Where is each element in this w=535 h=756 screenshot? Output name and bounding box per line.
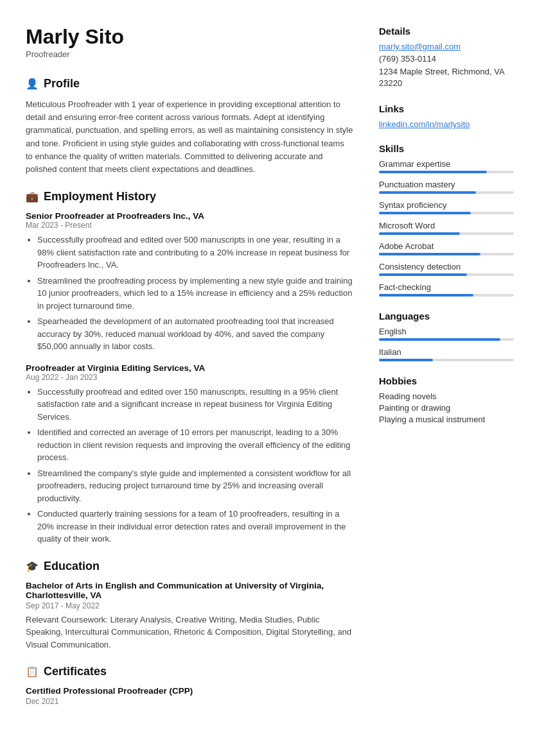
certificates-icon: 📋 <box>26 666 39 678</box>
phone-number: (769) 353-0114 <box>379 54 514 64</box>
profile-text: Meticulous Proofreader with 1 year of ex… <box>26 98 353 176</box>
skill-item: Adobe Acrobat <box>379 241 514 255</box>
skill-name: Grammar expertise <box>379 159 514 169</box>
skill-bar-fill <box>379 273 467 276</box>
edu-coursework: Relevant Coursework: Literary Analysis, … <box>26 614 353 651</box>
certificates-section: 📋 Certificates Certified Professional Pr… <box>26 665 353 706</box>
skill-name: Adobe Acrobat <box>379 241 514 251</box>
resume-header: Marly Sito Proofreader <box>26 26 353 59</box>
language-bar-background <box>379 338 514 341</box>
skill-name: Consistency detection <box>379 262 514 271</box>
cert-date: Dec 2021 <box>26 697 353 706</box>
job-entry: Proofreader at Virginia Editing Services… <box>26 363 353 546</box>
job-title: Senior Proofreader at Proofreaders Inc.,… <box>26 211 353 221</box>
language-bar-fill <box>379 359 433 361</box>
details-section: Details marly.sito@gmail.com (769) 353-0… <box>379 26 514 89</box>
skill-bar-fill <box>379 232 460 235</box>
skill-bar-background <box>379 212 514 214</box>
skill-name: Punctuation mastery <box>379 180 514 189</box>
employment-section-title: 💼 Employment History <box>26 190 353 205</box>
skill-bar-background <box>379 253 514 255</box>
profile-section-title: 👤 Profile <box>26 77 353 92</box>
skill-name: Microsoft Word <box>379 221 514 230</box>
edu-title: Bachelor of Arts in English and Communic… <box>26 581 353 600</box>
education-section: 🎓 Education Bachelor of Arts in English … <box>26 560 353 651</box>
skill-item: Syntax proficiency <box>379 200 514 214</box>
skill-bar-background <box>379 191 514 194</box>
certificates-section-title: 📋 Certificates <box>26 665 353 680</box>
employment-section: 💼 Employment History Senior Proofreader … <box>26 190 353 546</box>
skill-name: Fact-checking <box>379 282 514 292</box>
profile-section: 👤 Profile Meticulous Proofreader with 1 … <box>26 77 353 176</box>
skills-section: Skills Grammar expertisePunctuation mast… <box>379 143 514 296</box>
skill-bar-fill <box>379 294 473 296</box>
skill-bar-fill <box>379 171 487 173</box>
candidate-title: Proofreader <box>26 49 353 59</box>
skill-bar-background <box>379 294 514 296</box>
skill-name: Syntax proficiency <box>379 200 514 210</box>
job-entry: Senior Proofreader at Proofreaders Inc.,… <box>26 211 353 353</box>
linkedin-link[interactable]: linkedin.com/in/marlysito <box>379 119 470 129</box>
email-link[interactable]: marly.sito@gmail.com <box>379 42 514 51</box>
language-item: English <box>379 327 514 341</box>
skill-item: Fact-checking <box>379 282 514 296</box>
skill-bar-background <box>379 232 514 235</box>
skill-bar-fill <box>379 253 480 255</box>
hobby-item: Reading novels <box>379 391 514 401</box>
job-title: Proofreader at Virginia Editing Services… <box>26 363 353 373</box>
profile-icon: 👤 <box>26 78 39 90</box>
job-date: Aug 2022 - Jan 2023 <box>26 373 353 382</box>
hobby-item: Playing a musical instrument <box>379 415 514 424</box>
details-title: Details <box>379 26 514 37</box>
links-section: Links linkedin.com/in/marlysito <box>379 103 514 129</box>
certificate-entry: Certified Professional Proofreader (CPP)… <box>26 686 353 706</box>
job-bullet: Successfully proofread and edited over 1… <box>37 386 353 424</box>
job-bullet: Spearheaded the development of an automa… <box>37 315 353 353</box>
hobbies-section: Hobbies Reading novelsPainting or drawin… <box>379 375 514 424</box>
education-icon: 🎓 <box>26 560 39 572</box>
skills-title: Skills <box>379 143 514 154</box>
cert-title: Certified Professional Proofreader (CPP) <box>26 686 353 696</box>
job-bullet: Conducted quarterly training sessions fo… <box>37 508 353 546</box>
skill-bar-background <box>379 273 514 276</box>
skill-item: Grammar expertise <box>379 159 514 173</box>
links-title: Links <box>379 103 514 114</box>
education-section-title: 🎓 Education <box>26 560 353 574</box>
language-bar-background <box>379 359 514 361</box>
languages-section: Languages EnglishItalian <box>379 311 514 361</box>
skill-bar-fill <box>379 191 476 194</box>
skill-bar-background <box>379 171 514 173</box>
education-entry: Bachelor of Arts in English and Communic… <box>26 581 353 651</box>
hobby-item: Painting or drawing <box>379 403 514 413</box>
languages-title: Languages <box>379 311 514 322</box>
candidate-name: Marly Sito <box>26 26 353 48</box>
job-bullet: Successfully proofread and edited over 5… <box>37 234 353 271</box>
skill-item: Microsoft Word <box>379 221 514 235</box>
language-bar-fill <box>379 338 500 341</box>
language-name: Italian <box>379 347 514 357</box>
hobbies-title: Hobbies <box>379 375 514 386</box>
edu-date: Sep 2017 - May 2022 <box>26 601 353 610</box>
job-bullet: Streamlined the company's style guide an… <box>37 467 353 505</box>
language-item: Italian <box>379 347 514 361</box>
address: 1234 Maple Street, Richmond, VA 23220 <box>379 66 514 89</box>
employment-icon: 💼 <box>26 191 39 203</box>
skill-item: Consistency detection <box>379 262 514 276</box>
job-bullet: Identified and corrected an average of 1… <box>37 426 353 464</box>
language-name: English <box>379 327 514 336</box>
job-date: Mar 2023 - Present <box>26 221 353 230</box>
job-bullet: Streamlined the proofreading process by … <box>37 275 353 313</box>
skill-item: Punctuation mastery <box>379 180 514 194</box>
skill-bar-fill <box>379 212 471 214</box>
